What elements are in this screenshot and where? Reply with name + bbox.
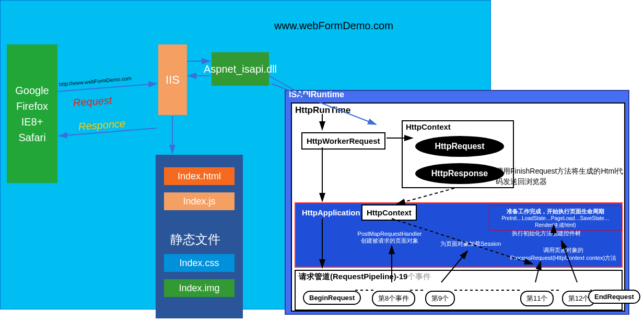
init-text: 执行初始化方法创建控件树 xyxy=(502,230,591,237)
httpapplication-label: HttpApplication xyxy=(299,205,364,220)
httpruntime-label: HttpRunTime xyxy=(295,105,350,116)
browser-safari: Safari xyxy=(18,130,45,145)
process-text: 调用页面对象的 ProcessRequest(HttpContext conte… xyxy=(505,246,622,262)
pipeline-label: 请求管道(RequestPipeline)-19个事件 xyxy=(299,272,431,282)
pipeline-event8: 第8个事件 xyxy=(372,291,415,306)
pipeline-event9: 第9个 xyxy=(425,291,455,306)
browser-ie8: IE8+ xyxy=(21,114,43,130)
httpruntime-box: HttpRunTime HttpWorkerRequest HttpContex… xyxy=(291,102,625,312)
server-title: www.webFormDemo.com xyxy=(274,20,393,32)
files-panel: Index.html Index.js 静态文件 Index.css Index… xyxy=(156,155,243,318)
httpworkerrequest-box: HttpWorkerRequest xyxy=(301,132,385,150)
aspnet-isapi-box: Aspnet_isapi.dll xyxy=(212,52,269,86)
file-index-html: Index.html xyxy=(164,167,235,185)
pipeline-event11: 第11个 xyxy=(520,291,554,306)
httpresponse-oval: HttpResponse xyxy=(415,163,504,184)
httpcontext-label: HttpContext xyxy=(406,122,451,131)
browser-google: Google xyxy=(15,83,49,98)
pipeline-beginrequest: BeginRequest xyxy=(303,291,361,305)
postmap-text: PostMapRequestHandler 创建被请求的页面对象 xyxy=(345,231,434,245)
browsers-box: Google Firefox IE8+ Safari xyxy=(7,44,57,183)
pipeline-endrequest: EndRequest xyxy=(588,290,640,304)
file-index-js: Index.js xyxy=(164,192,235,210)
prepare-badge: 准备工作完成，开始执行页面生命周期 PreInit…LoadState…Page… xyxy=(489,205,622,231)
isapiruntime-label: ISAPIRuntime xyxy=(289,90,344,99)
file-index-img: Index.img xyxy=(164,279,235,297)
isapiruntime-box: ISAPIRuntime HttpRunTime HttpWorkerReque… xyxy=(285,90,629,315)
finish-request-text: 调用FinishRequest方法将生成的Html代码发送回浏览器 xyxy=(496,166,624,187)
browser-firefox: Firefox xyxy=(16,98,48,114)
request-pipeline-box: 请求管道(RequestPipeline)-19个事件 BeginRequest… xyxy=(295,270,623,311)
httprequest-oval: HttpRequest xyxy=(415,136,504,157)
httpcontext2-box: HttpContext xyxy=(361,204,417,221)
prepare-body: PreInit…LoadState…PageLoad…SaveState…Ren… xyxy=(492,215,619,228)
http-application-band: HttpApplication HttpContext 准备工作完成，开始执行页… xyxy=(295,202,623,268)
prepare-header: 准备工作完成，开始执行页面生命周期 xyxy=(492,208,619,215)
session-text: 为页面对象加载Session xyxy=(434,240,507,248)
iis-box: IIS xyxy=(158,44,187,115)
static-files-label: 静态文件 xyxy=(170,231,220,248)
file-index-css: Index.css xyxy=(164,254,235,272)
